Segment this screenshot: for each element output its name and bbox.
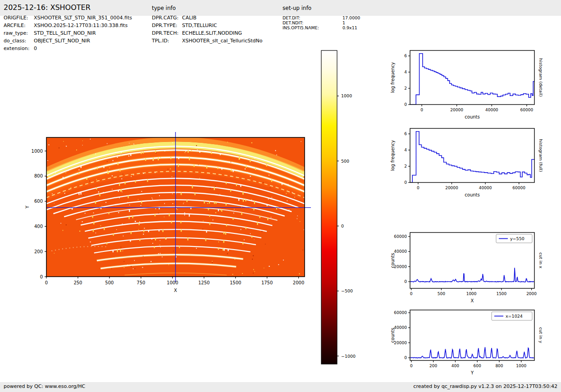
- svg-text:0: 0: [404, 279, 407, 284]
- svg-text:cut in x: cut in x: [538, 252, 543, 269]
- svg-text:500: 500: [105, 280, 114, 285]
- svg-text:250: 250: [73, 280, 82, 285]
- svg-text:40000: 40000: [485, 108, 498, 112]
- field-value: 0.9x11: [342, 25, 357, 30]
- svg-text:0: 0: [404, 180, 407, 185]
- svg-text:counts: counts: [390, 253, 395, 268]
- svg-text:0: 0: [410, 292, 413, 296]
- svg-text:6: 6: [404, 132, 407, 136]
- field-label: ORIGFILE:: [4, 15, 34, 21]
- field-label: DPR.TECH:: [152, 30, 182, 36]
- svg-text:−1000: −1000: [341, 354, 356, 359]
- svg-text:600: 600: [474, 364, 481, 368]
- svg-text:20000: 20000: [445, 186, 458, 190]
- svg-text:1000: 1000: [341, 93, 352, 98]
- field-label: ARCFILE:: [4, 23, 34, 28]
- field-label: raw_type:: [4, 30, 34, 36]
- svg-text:counts: counts: [390, 328, 395, 342]
- svg-text:6: 6: [404, 54, 407, 58]
- svg-text:500: 500: [438, 292, 445, 296]
- field-value: OBJECT_SLIT_NOD_NIR: [34, 38, 90, 44]
- setup-info-row: DET.DIT:17.0000: [283, 15, 360, 20]
- svg-text:20000: 20000: [394, 264, 407, 269]
- svg-text:histogram (full): histogram (full): [538, 139, 543, 172]
- svg-text:Y: Y: [470, 370, 474, 375]
- setup-info-heading: set-up info: [283, 5, 311, 11]
- page-title: 2025-12-16: XSHOOTER: [4, 3, 91, 12]
- svg-text:20000: 20000: [394, 341, 407, 345]
- field-label: INS.OPTI5.NAME:: [283, 25, 342, 30]
- field-label: DET.NDIT:: [283, 20, 342, 25]
- type-info-row: DPR.CATG:CALIB: [152, 15, 196, 21]
- svg-text:40000: 40000: [479, 186, 492, 190]
- field-value: 17.0000: [342, 15, 360, 20]
- field-value: XSHOOTER_slt_cal_TelluricStdNo: [182, 38, 262, 44]
- svg-text:0: 0: [420, 108, 423, 112]
- type-info-row: TPL.ID:XSHOOTER_slt_cal_TelluricStdNo: [152, 38, 262, 44]
- field-value: ECHELLE,SLIT,NODDING: [182, 30, 242, 36]
- svg-text:4: 4: [404, 70, 407, 74]
- svg-text:200: 200: [34, 249, 43, 254]
- histogram-detail-plot: 02000040000600000246countslog frequencyh…: [381, 44, 561, 125]
- svg-text:800: 800: [34, 173, 43, 178]
- svg-text:2000: 2000: [526, 292, 537, 296]
- svg-text:60000: 60000: [512, 186, 525, 190]
- svg-text:400: 400: [452, 364, 459, 368]
- svg-text:x=1024: x=1024: [506, 314, 523, 319]
- field-label: DET.DIT:: [283, 15, 342, 20]
- footer-powered-by: powered by QC: www.eso.org/HC: [4, 383, 85, 389]
- svg-text:60000: 60000: [394, 310, 407, 315]
- svg-text:1000: 1000: [466, 292, 477, 296]
- svg-text:800: 800: [495, 364, 503, 368]
- field-value: STD_TELL_SLIT_NOD_NIR: [34, 30, 96, 36]
- setup-info-row: DET.NDIT:1: [283, 20, 345, 25]
- svg-text:0: 0: [341, 223, 344, 228]
- field-value: CALIB: [182, 15, 196, 21]
- svg-text:y=550: y=550: [510, 236, 525, 241]
- svg-text:X: X: [471, 298, 474, 303]
- svg-text:counts: counts: [465, 192, 479, 197]
- file-info-row: ORIGFILE:XSHOOTER_SLT_STD_NIR_351_0004.f…: [4, 15, 132, 21]
- svg-text:1500: 1500: [230, 280, 241, 285]
- field-value: 1: [342, 20, 345, 25]
- svg-text:0: 0: [40, 274, 43, 279]
- svg-text:1000: 1000: [32, 149, 43, 154]
- type-info-row: DPR.TYPE:STD,TELLURIC: [152, 23, 217, 28]
- svg-text:1250: 1250: [198, 280, 210, 285]
- svg-text:Y: Y: [25, 205, 30, 209]
- svg-text:1000: 1000: [167, 280, 178, 285]
- svg-text:0: 0: [404, 102, 407, 107]
- field-value: XSHOOTER_SLT_STD_NIR_351_0004.fits: [34, 15, 132, 21]
- svg-text:log frequency: log frequency: [390, 140, 395, 171]
- file-info-row: ARCFILE:XSHOO.2025-12-17T03:11:30.338.fi…: [4, 23, 128, 28]
- svg-text:0: 0: [410, 364, 413, 368]
- svg-text:X: X: [174, 288, 177, 293]
- svg-text:60000: 60000: [394, 234, 407, 239]
- field-value: 0: [34, 46, 37, 51]
- cut-in-x-plot: 05001000150020000200004000060000Xcountsc…: [381, 228, 561, 308]
- svg-text:2: 2: [404, 164, 407, 169]
- svg-text:400: 400: [34, 224, 43, 229]
- svg-text:4: 4: [404, 148, 407, 152]
- histogram-full-plot: 02000040000600000246countslog frequencyh…: [381, 123, 561, 204]
- colorbar: 10005000−500−1000: [318, 48, 363, 369]
- field-label: do_class:: [4, 38, 34, 44]
- svg-text:40000: 40000: [394, 325, 407, 330]
- type-info-row: DPR.TECH:ECHELLE,SLIT,NODDING: [152, 30, 242, 36]
- field-label: TPL.ID:: [152, 38, 182, 44]
- svg-text:cut in y: cut in y: [538, 327, 543, 343]
- cut-in-y-plot: 020040060080010000200004000060000Ycounts…: [381, 304, 561, 383]
- svg-text:0: 0: [404, 356, 407, 360]
- file-info-row: extension:0: [4, 46, 37, 51]
- field-label: DPR.CATG:: [152, 15, 182, 21]
- raw-image-plot: 0250500750100012501500175020000200400600…: [23, 130, 320, 297]
- svg-text:750: 750: [137, 280, 145, 285]
- svg-text:1750: 1750: [261, 280, 273, 285]
- field-label: DPR.TYPE:: [152, 23, 182, 28]
- svg-text:40000: 40000: [394, 249, 407, 254]
- footer-created-by: created by qc_rawdisp.py v1.2.3 on 2025-…: [413, 383, 557, 389]
- field-value: STD,TELLURIC: [182, 23, 217, 28]
- svg-text:600: 600: [34, 199, 43, 204]
- svg-text:500: 500: [341, 159, 349, 164]
- svg-text:histogram (detail): histogram (detail): [538, 58, 543, 96]
